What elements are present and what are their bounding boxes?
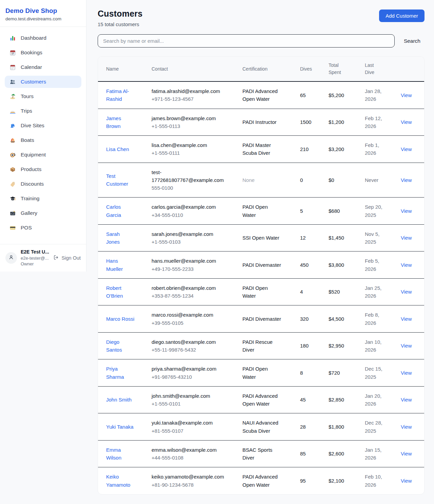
sidebar-item-discounts[interactable]: Discounts	[5, 178, 81, 190]
column-header-name: Name	[98, 57, 147, 81]
view-link[interactable]: View	[401, 146, 412, 152]
customer-dives: 12	[296, 224, 324, 251]
customer-last-dive: Dec 28, 2025	[365, 419, 389, 435]
view-link[interactable]: View	[401, 316, 412, 322]
customer-phone: +81-555-0107	[152, 427, 225, 435]
customer-phone: +55-11-99876-5432	[152, 346, 225, 354]
view-link[interactable]: View	[401, 262, 412, 268]
customer-name-link[interactable]: Fatima Al-Rashid	[106, 96, 135, 102]
table-row: Marco Rossi marco.rossi@example.com +39-…	[98, 305, 424, 333]
sidebar-item-gallery[interactable]: Gallery	[5, 207, 81, 219]
table-row: Yuki Tanaka yuki.tanaka@example.com +81-…	[98, 413, 424, 441]
customer-certification: PADI Advanced Open Water	[242, 473, 282, 489]
customer-name-link[interactable]: Carlos Garcia	[106, 212, 135, 218]
customer-name-link[interactable]: John Smith	[106, 397, 132, 403]
customer-name-link[interactable]: Priya Sharma	[106, 374, 135, 380]
customer-name-link[interactable]: James Brown	[106, 123, 135, 129]
customer-name-link[interactable]: Robert O'Brien	[106, 293, 135, 299]
customer-name-link[interactable]: Hans Mueller	[106, 266, 135, 272]
customer-name-link[interactable]: Keiko Yamamoto	[106, 482, 135, 488]
svg-text:17: 17	[11, 52, 14, 55]
customer-email: diego.santos@example.com	[152, 338, 225, 346]
customer-total-spent: $2,850	[324, 386, 361, 413]
customer-certification: PADI Divemaster	[242, 315, 281, 323]
sidebar-item-trips[interactable]: Trips	[5, 105, 81, 117]
table-row: James Brown james.brown@example.com +1-5…	[98, 109, 424, 136]
view-link[interactable]: View	[401, 343, 412, 349]
add-customer-button[interactable]: Add Customer	[379, 10, 425, 22]
customer-total-spent: $5,200	[324, 81, 361, 109]
customer-email: marco.rossi@example.com	[152, 311, 225, 319]
customer-dives: 1500	[296, 109, 324, 136]
tag-icon	[9, 181, 16, 187]
sidebar-item-training[interactable]: Training	[5, 192, 81, 205]
sidebar-header: Demo Dive Shop demo.test.divestreams.com	[0, 0, 86, 27]
customer-phone: +971-55-123-4567	[152, 95, 225, 103]
customer-last-dive: Jan 28, 2026	[365, 87, 389, 103]
view-link[interactable]: View	[401, 397, 412, 403]
customer-name-link[interactable]: Marco Rossi	[106, 316, 134, 322]
sidebar-item-products[interactable]: Products	[5, 163, 81, 175]
sidebar-item-pos[interactable]: POS	[5, 222, 81, 234]
sidebar-item-dashboard[interactable]: Dashboard	[5, 32, 81, 44]
customer-total-spent: $520	[324, 278, 361, 305]
customer-name-link[interactable]: Sarah Jones	[106, 239, 135, 245]
graduation-cap-icon	[9, 195, 16, 202]
view-link[interactable]: View	[401, 208, 412, 214]
customer-dives: 95	[296, 467, 324, 494]
view-link[interactable]: View	[401, 289, 412, 295]
view-link[interactable]: View	[401, 177, 412, 183]
customer-name-link[interactable]: Lisa Chen	[106, 146, 129, 152]
table-row: Keiko Yamamoto keiko.yamamoto@example.co…	[98, 467, 424, 494]
customer-dives: 450	[296, 251, 324, 279]
calendar-date-icon: 17	[9, 49, 16, 56]
column-header-contact: Contact	[147, 57, 238, 81]
customer-email: carlos.garcia@example.com	[152, 203, 225, 211]
view-link[interactable]: View	[401, 370, 412, 376]
shop-domain: demo.test.divestreams.com	[5, 16, 79, 21]
customer-total-spent: $3,800	[324, 251, 361, 279]
people-icon	[9, 78, 16, 85]
table-row: Fatima Al-Rashid fatima.alrashid@example…	[98, 81, 424, 109]
customer-name-link[interactable]: Diego Santos	[106, 347, 135, 353]
customer-certification: PADI Advanced Open Water	[242, 87, 282, 103]
sidebar-nav: Dashboard 17 Bookings Calendar Customers…	[0, 27, 86, 244]
view-link[interactable]: View	[401, 119, 412, 125]
customer-phone: +1-555-0101	[152, 400, 225, 408]
sidebar-item-calendar[interactable]: Calendar	[5, 61, 81, 73]
customer-name-link[interactable]: Emma Wilson	[106, 455, 135, 461]
customer-email: fatima.alrashid@example.com	[152, 87, 225, 95]
view-link[interactable]: View	[401, 424, 412, 430]
customer-name-link[interactable]: Yuki Tanaka	[106, 424, 134, 430]
customer-email: lisa.chen@example.com	[152, 141, 225, 149]
page-title: Customers	[98, 9, 142, 19]
view-link[interactable]: View	[401, 478, 412, 484]
customer-certification: PADI Rescue Diver	[242, 338, 282, 354]
diving-mask-icon	[9, 151, 16, 158]
customer-phone: +1-555-0113	[152, 122, 225, 130]
sidebar-item-boats[interactable]: Boats	[5, 134, 81, 146]
view-link[interactable]: View	[401, 92, 412, 98]
customer-phone: +34-555-0110	[152, 211, 225, 219]
customer-certification: PADI Divemaster	[242, 261, 281, 269]
sidebar-item-equipment[interactable]: Equipment	[5, 149, 81, 161]
search-button[interactable]: Search	[404, 38, 420, 44]
view-link[interactable]: View	[401, 235, 412, 241]
customer-last-dive: Never	[365, 176, 378, 184]
sidebar-item-dive-sites[interactable]: Dive Sites	[5, 119, 81, 132]
customer-last-dive: Feb 5, 2026	[365, 257, 389, 273]
sign-out-button[interactable]: Sign Out	[53, 255, 81, 261]
customer-name-link[interactable]: Test Customer	[106, 181, 135, 187]
search-input[interactable]	[98, 34, 395, 48]
sidebar-item-tours[interactable]: Tours	[5, 90, 81, 102]
sidebar-item-bookings[interactable]: 17 Bookings	[5, 46, 81, 59]
customer-certification: PADI Advanced Open Water	[242, 392, 282, 408]
view-link[interactable]: View	[401, 451, 412, 456]
sidebar-item-customers[interactable]: Customers	[5, 76, 81, 88]
customer-total-spent: $2,100	[324, 467, 361, 494]
customer-dives: 85	[296, 440, 324, 467]
customer-dives: 4	[296, 278, 324, 305]
table-row: Emma Wilson emma.wilson@example.com +44-…	[98, 440, 424, 467]
customer-total-spent: $720	[324, 359, 361, 387]
customer-certification: None	[242, 176, 255, 184]
